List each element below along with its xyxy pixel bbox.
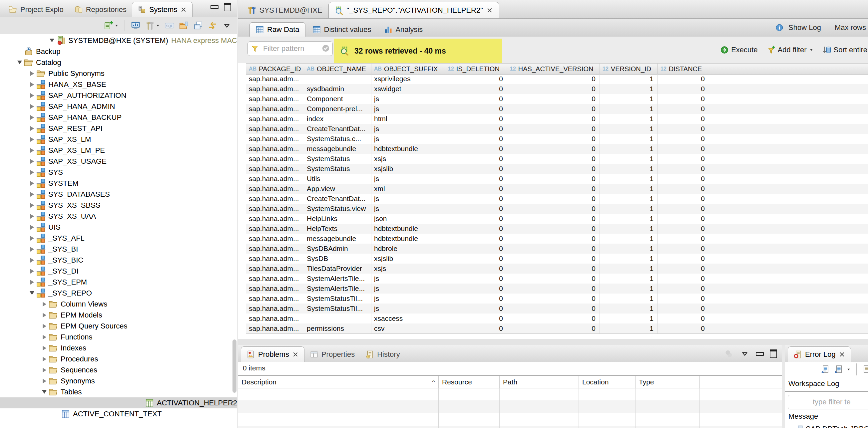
table-cell[interactable]: sap.hana.adm... xyxy=(246,74,304,84)
tree-twistie-icon[interactable] xyxy=(28,247,36,252)
table-cell[interactable]: js xyxy=(371,284,445,294)
tree-item-catalog[interactable]: Catalog xyxy=(0,57,237,68)
table-cell[interactable]: 0 xyxy=(658,273,709,284)
table-cell[interactable]: 0 xyxy=(658,124,709,134)
table-cell[interactable]: html xyxy=(371,114,445,124)
table-cell[interactable]: 0 xyxy=(507,214,600,224)
table-cell[interactable]: hdbtextbundle xyxy=(371,224,445,234)
tree-twistie-icon[interactable] xyxy=(28,203,36,208)
table-cell[interactable]: 1 xyxy=(600,254,658,264)
error-log-entry[interactable]: SAP DBTech JDBC: [25 xyxy=(795,425,868,428)
table-cell[interactable]: 0 xyxy=(658,84,709,94)
tree-item-sys-afl[interactable]: _SYS_AFL xyxy=(0,233,237,243)
table-row[interactable]: sap.hana.adm...SystemStatus.c...js0010 xyxy=(246,134,868,144)
table-cell[interactable]: sap.hana.adm... xyxy=(246,124,304,134)
table-cell[interactable]: 0 xyxy=(445,164,507,174)
sort-button[interactable]: Sort entire xyxy=(823,45,868,54)
table-cell[interactable]: 0 xyxy=(658,264,709,273)
table-cell[interactable]: SystemStatus.c... xyxy=(304,134,371,144)
column-header-object-suffix[interactable]: ABOBJECT_SUFFIX xyxy=(371,64,445,74)
table-cell[interactable]: sap.hana.adm... xyxy=(246,284,304,294)
table-row[interactable]: sap.hana.adm...SystemAlertsTile...js0010 xyxy=(246,284,868,294)
table-cell[interactable]: js xyxy=(371,104,445,114)
table-cell[interactable]: CreateTenantDat... xyxy=(304,194,371,204)
table-row[interactable]: sap.hana.adm...SystemStatusTil...js0010 xyxy=(246,303,868,314)
execute-button[interactable]: Execute xyxy=(720,45,758,54)
table-cell[interactable]: 1 xyxy=(600,164,658,174)
duplicate-view-button[interactable] xyxy=(193,21,203,31)
table-cell[interactable]: 0 xyxy=(445,114,507,124)
table-row[interactable]: sap.hana.adm...SystemStatusxsjslib0010 xyxy=(246,164,868,174)
table-cell[interactable]: sysdbadmin xyxy=(304,84,371,94)
table-cell[interactable]: xml xyxy=(371,184,445,194)
tree-item-sap-rest-api[interactable]: SAP_REST_API xyxy=(0,123,237,134)
table-cell[interactable]: sap.hana.adm... xyxy=(246,104,304,114)
table-cell[interactable]: sap.hana.adm... xyxy=(246,243,304,254)
tree-twistie-icon[interactable] xyxy=(28,115,36,120)
column-header-version-id[interactable]: 12VERSION_ID xyxy=(600,64,658,74)
tree-twistie-icon[interactable] xyxy=(28,71,36,76)
table-cell[interactable]: 0 xyxy=(507,74,600,84)
table-row[interactable]: sap.hana.adm...permissionscsv0010 xyxy=(246,324,868,333)
table-cell[interactable]: csv xyxy=(371,324,445,333)
table-cell[interactable]: 0 xyxy=(507,134,600,144)
table-cell[interactable]: 1 xyxy=(600,324,658,333)
table-cell[interactable]: 0 xyxy=(658,314,709,324)
table-cell[interactable]: 1 xyxy=(600,234,658,243)
filter-pattern-field[interactable] xyxy=(247,41,333,56)
table-cell[interactable]: 1 xyxy=(600,194,658,204)
table-cell[interactable]: 0 xyxy=(445,284,507,294)
table-cell[interactable]: 1 xyxy=(600,284,658,294)
table-cell[interactable]: 0 xyxy=(445,74,507,84)
column-header-is-deletion[interactable]: 12IS_DELETION xyxy=(445,64,507,74)
view-tab-raw-data[interactable]: Raw Data xyxy=(249,22,305,37)
table-cell[interactable]: index xyxy=(304,114,371,124)
column-header-object-name[interactable]: ABOBJECT_NAME xyxy=(304,64,371,74)
tree-item-epm-models[interactable]: EPM Models xyxy=(0,309,237,321)
table-cell[interactable]: App.view xyxy=(304,184,371,194)
table-cell[interactable]: 0 xyxy=(445,144,507,154)
tree-item-sys-repo[interactable]: _SYS_REPO xyxy=(0,288,237,299)
table-cell[interactable]: 0 xyxy=(507,324,600,333)
message-column-header[interactable]: Message xyxy=(788,412,818,421)
table-cell[interactable]: SystemAlertsTile... xyxy=(304,273,371,284)
table-cell[interactable]: 0 xyxy=(658,94,709,104)
table-cell[interactable]: 0 xyxy=(445,254,507,264)
tree-item-tables[interactable]: Tables xyxy=(0,386,237,397)
tree-item-sap-authorization[interactable]: SAP_AUTHORIZATION xyxy=(0,90,237,101)
tree-twistie-icon[interactable] xyxy=(28,280,36,285)
tree-twistie-icon[interactable] xyxy=(28,225,36,230)
table-cell[interactable]: Utils xyxy=(304,174,371,184)
table-cell[interactable]: sap.hana.adm... xyxy=(246,194,304,204)
tree-twistie-icon[interactable] xyxy=(28,214,36,219)
table-cell[interactable]: 0 xyxy=(658,214,709,224)
table-cell[interactable]: 0 xyxy=(658,284,709,294)
table-cell[interactable]: json xyxy=(371,214,445,224)
add-filter-button[interactable]: Add filter xyxy=(767,45,814,54)
administration-console-button[interactable] xyxy=(130,21,141,31)
table-cell[interactable]: 0 xyxy=(507,174,600,184)
table-cell[interactable]: 0 xyxy=(658,224,709,234)
table-row[interactable]: sap.hana.adm...CreateTenantDat...js0010 xyxy=(246,124,868,134)
tree-item-public-synonyms[interactable]: Public Synonyms xyxy=(0,68,237,79)
tree-twistie-icon[interactable] xyxy=(28,137,36,142)
table-row[interactable]: sap.hana.adm...xsprivileges0010 xyxy=(246,74,868,84)
table-cell[interactable]: 0 xyxy=(507,144,600,154)
tree-twistie-icon[interactable] xyxy=(28,126,36,131)
table-row[interactable]: sap.hana.adm...xsaccess0010 xyxy=(246,314,868,324)
table-cell[interactable]: 1 xyxy=(600,154,658,164)
table-cell[interactable]: 0 xyxy=(658,184,709,194)
horizontal-sash[interactable] xyxy=(238,339,868,345)
table-cell[interactable]: 0 xyxy=(445,104,507,114)
table-cell[interactable]: 0 xyxy=(445,234,507,243)
table-cell[interactable]: 0 xyxy=(507,273,600,284)
tree-item-epm-query-sources[interactable]: EPM Query Sources xyxy=(0,321,237,331)
table-cell[interactable]: sap.hana.adm... xyxy=(246,134,304,144)
table-cell[interactable]: hdbtextbundle xyxy=(371,144,445,154)
open-sql-console-button[interactable]: SQL xyxy=(164,21,175,31)
table-cell[interactable]: js xyxy=(371,303,445,314)
tree-twistie-icon[interactable] xyxy=(48,39,56,42)
table-cell[interactable]: SysDBAdmin xyxy=(304,243,371,254)
tree-twistie-icon[interactable] xyxy=(28,269,36,273)
tree-item-sap-xs-usage[interactable]: SAP_XS_USAGE xyxy=(0,156,237,167)
